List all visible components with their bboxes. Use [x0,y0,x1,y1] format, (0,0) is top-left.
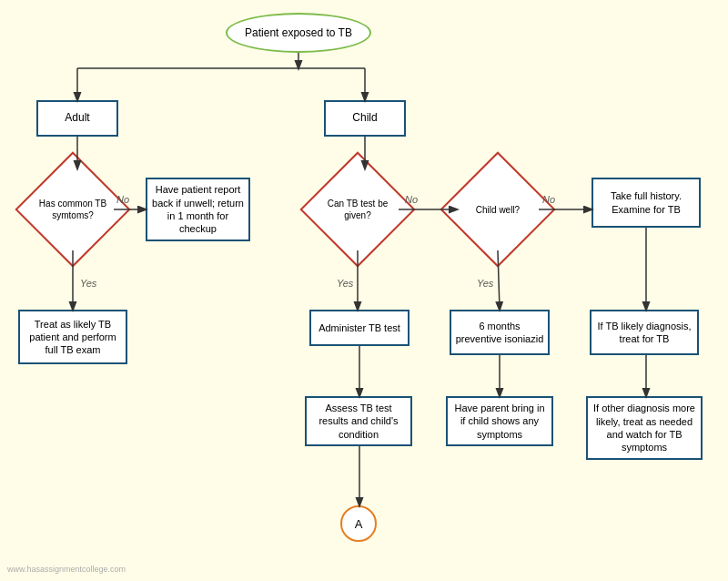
full-history-node: Take full history. Examine for TB [592,178,701,228]
flowchart: Patient exposed to TB Adult Child Has co… [0,0,728,581]
child-well-diamond: Child well? [457,168,539,250]
connector-a-node: A [340,505,377,542]
other-diagnosis-node: If other diagnosis more likely, treat as… [586,396,703,460]
report-back-node: Have patient report back if unwell; retu… [146,178,250,241]
start-node: Patient exposed to TB [226,13,371,53]
preventive-node: 6 months preventive isoniazid [450,310,550,355]
adult-node: Adult [36,100,118,137]
parent-bring-node: Have parent bring in if child shows any … [446,396,553,446]
svg-text:Yes: Yes [80,278,97,289]
if-tb-likely-node: If TB likely diagnosis, treat for TB [590,310,699,355]
svg-text:Yes: Yes [477,278,494,289]
arrows: No Yes Yes No No Yes [0,0,728,581]
watermark: www.hasassignmentcollege.com [7,565,126,574]
administer-test-node: Administer TB test [309,310,410,346]
assess-test-node: Assess TB test results and child's condi… [305,396,412,446]
symptoms-diamond: Has common TB symtoms? [32,168,114,250]
treat-adult-node: Treat as likely TB patient and perform f… [18,310,127,364]
can-test-diamond: Can TB test be given? [317,168,399,250]
child-node: Child [324,100,406,137]
svg-text:Yes: Yes [337,278,354,289]
